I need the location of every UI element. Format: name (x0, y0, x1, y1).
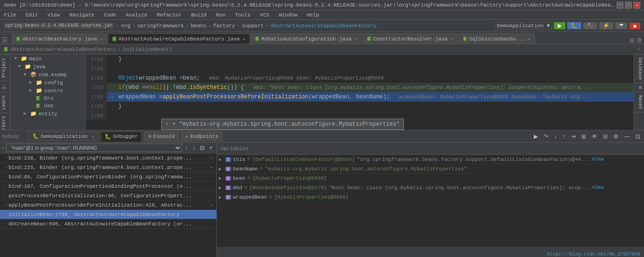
tab-close-constructorresolver[interactable]: ✕ (450, 36, 453, 42)
tree-item-dru[interactable]: C Dru (10, 95, 85, 102)
frame-item-8[interactable]: ◦ doCreateBean:595, AbstractAutowireCapa… (0, 219, 216, 229)
menu-item-tools[interactable]: Tools (233, 12, 252, 18)
frames-add-button[interactable]: + (207, 144, 215, 152)
debug-step-out-button[interactable]: ↑ (561, 132, 567, 141)
var-item-this[interactable]: ▶ i this = {DefaultListableBeanFactory@5… (217, 155, 644, 164)
tree-item-config[interactable]: ► 📁 config (10, 79, 85, 87)
debug-session[interactable]: 🐛 DemoApplication ✕ (28, 132, 99, 141)
tab-abstractbeanfactory[interactable]: C AbstractBeanFactory.java ✕ (12, 33, 107, 44)
menu-item-code[interactable]: Code (102, 12, 118, 18)
tree-item-comexamp[interactable]: ▼ 📦 com.examp (10, 71, 85, 79)
editor-breadcrumb-method[interactable]: initializeBean() (123, 47, 173, 52)
var-item-mbd[interactable]: ▶ p mbd = {RootBeanDefinition@6379} "Roo… (217, 183, 644, 193)
debug-run-button[interactable]: 🐛 (567, 22, 581, 29)
tab-abstractautowire[interactable]: C AbstractAutowireCapableBeanFactory.jav… (108, 33, 250, 44)
debug-close-button[interactable]: — (622, 132, 632, 141)
menu-item-window[interactable]: Window (277, 12, 299, 18)
frames-filter-button[interactable]: ⊟ (198, 144, 206, 152)
vtab-learn[interactable]: Learn (0, 92, 10, 112)
var-view-this[interactable]: View (592, 157, 603, 162)
debug-step-into-button[interactable]: ↓ (552, 132, 559, 141)
menu-item-view[interactable]: View (46, 12, 62, 18)
var-expand-mbd[interactable]: ▶ (219, 185, 224, 191)
menu-item-build[interactable]: Build (189, 12, 208, 18)
stop-button[interactable]: ■ (629, 23, 640, 29)
tab-close-abstractautowire[interactable]: ✕ (243, 36, 246, 42)
frame-item-5[interactable]: ◦ postProcessBeforeInitialization:96, Co… (0, 191, 216, 201)
frame-item-6[interactable]: ◦ applyBeanPostProcessorsBeforeInitializ… (0, 201, 216, 210)
frame-item-3[interactable]: ◦ bind:89, ConfigurationPropertiesBinder… (0, 172, 216, 182)
close-button[interactable]: ✕ (634, 2, 640, 8)
var-item-beanname[interactable]: ▶ p beanName = "mybatis-org.mybatis.spri… (217, 164, 644, 174)
tab-close-abstractbeanfactory[interactable]: ✕ (100, 36, 103, 42)
minimize-button[interactable]: ─ (617, 2, 623, 8)
frame-item-4[interactable]: ◦ bind:107, ConfigurationPropertiesBindi… (0, 182, 216, 191)
menu-item-navigate[interactable]: Navigate (67, 12, 96, 18)
menu-item-refactor[interactable]: Refactor (155, 12, 184, 18)
breadcrumb-jar[interactable]: spring-beans-5.2.4.RELEASE-sources.jar (4, 23, 114, 29)
debug-resume-button[interactable]: ▶ (532, 132, 540, 141)
run-config-selector[interactable]: DemoApplication ▼ (495, 22, 552, 30)
frame-item-2[interactable]: ◦ bind:225, Binder (org.springframework.… (0, 163, 216, 172)
var-item-bean[interactable]: ▶ p bean = {MybatisProperties@5609} (217, 174, 644, 183)
var-expand-bean[interactable]: ▶ (219, 176, 224, 181)
debug-tab-endpoints[interactable]: ⚡ Endpoints (181, 131, 223, 142)
coverage-button[interactable]: ☂ (615, 22, 627, 29)
debug-layout-button[interactable]: ⊟ (601, 132, 610, 141)
run-button[interactable]: ▶ (554, 22, 565, 29)
split-editor-button[interactable]: ⊞ (629, 37, 635, 44)
menu-item-analyze[interactable]: Analyze (124, 12, 149, 18)
tab-sqlsessiondao[interactable]: C SqlSessionDaoSu... ✕ (459, 33, 535, 44)
tree-item-main[interactable]: ▼ 📁 main (10, 55, 85, 63)
tree-item-contro[interactable]: ► 📁 contro (10, 87, 85, 95)
vtab-project[interactable]: Project (0, 55, 10, 80)
maximize-button[interactable]: □ (625, 2, 632, 8)
tab-mybatisauto[interactable]: C MybatisAutoConfiguration.java ✕ (251, 33, 362, 44)
breadcrumb-factory[interactable]: factory (213, 23, 235, 29)
debug-expand-button[interactable]: ⊡ (634, 132, 642, 141)
menu-item-vcs[interactable]: VCS (258, 12, 271, 18)
frames-up-button[interactable]: ↑ (183, 144, 190, 152)
menu-item-file[interactable]: File (2, 12, 18, 18)
frames-down-button[interactable]: ↓ (190, 144, 197, 152)
tree-item-entity[interactable]: ► 📁 entity (10, 110, 85, 118)
vtab-database[interactable]: Database (634, 55, 644, 83)
thread-selector[interactable]: "main"@1 in group "main": RUNNING (6, 144, 182, 152)
frame-item-7[interactable]: ◦ initializeBean:1788, AbstractAutowireC… (0, 210, 216, 219)
project-toggle[interactable]: ☰ (2, 36, 8, 44)
breadcrumb-class[interactable]: AbstractAutowireCapableBeanFactory (271, 23, 376, 29)
csdn-url[interactable]: https://blog.csdn.net/mb_37607945 (547, 252, 640, 257)
frame-item-1[interactable]: ◦ bind:238, Binder (org.springframework.… (0, 153, 216, 163)
profile-button[interactable]: ⚡ (599, 22, 613, 29)
breadcrumb-support[interactable]: support (242, 23, 264, 29)
debug-watch-button[interactable]: 👁 (590, 132, 599, 141)
tab-close-mybatisauto[interactable]: ✕ (355, 36, 357, 42)
menu-item-run[interactable]: Run (214, 12, 227, 18)
menu-item-edit[interactable]: Edit (24, 12, 40, 18)
debug-tab-console[interactable]: ≡ Console (144, 131, 179, 142)
var-expand-wrappedbean[interactable]: ▶ (219, 194, 224, 200)
var-expand-beanname[interactable]: ▶ (219, 166, 224, 172)
var-view-mbd[interactable]: View (592, 185, 603, 190)
var-item-wrappedbean[interactable]: ▶ p wrappedBean = {MybatisProperties@560… (217, 193, 644, 202)
debug-run-to-cursor-button[interactable]: ⇥ (569, 132, 578, 141)
menu-item-help[interactable]: Help (305, 12, 321, 18)
vtab-1[interactable]: 1: (0, 80, 10, 92)
var-expand-this[interactable]: ▶ (219, 157, 224, 162)
breadcrumb-org[interactable]: org (121, 23, 131, 29)
debug-evaluate-button[interactable]: ⊞ (579, 132, 588, 141)
editor-breadcrumb-class[interactable]: AbstractAutowireCapableBeanFactory (10, 47, 116, 52)
breadcrumb-beans[interactable]: beans (191, 23, 206, 29)
debug-session-close[interactable]: ✕ (91, 134, 94, 139)
breadcrumb-springframework[interactable]: springframework (137, 23, 184, 29)
vtab-m[interactable]: m (634, 83, 644, 92)
debug-tab-debugger[interactable]: 🐛 Debugger (100, 131, 142, 142)
tree-item-java[interactable]: ▼ 📁 java (10, 63, 85, 71)
tree-item-use[interactable]: C Use (10, 102, 85, 110)
vtab-maven[interactable]: Maven (634, 92, 644, 112)
tab-constructorresolver[interactable]: C ConstructorResolver.java ✕ (363, 33, 458, 44)
build-button[interactable]: 🔨 (583, 22, 597, 29)
debug-settings-button[interactable]: ⚙ (611, 132, 620, 141)
debug-step-over-button[interactable]: ↷ (542, 132, 550, 141)
vtab-markers[interactable]: Markers (0, 112, 10, 130)
